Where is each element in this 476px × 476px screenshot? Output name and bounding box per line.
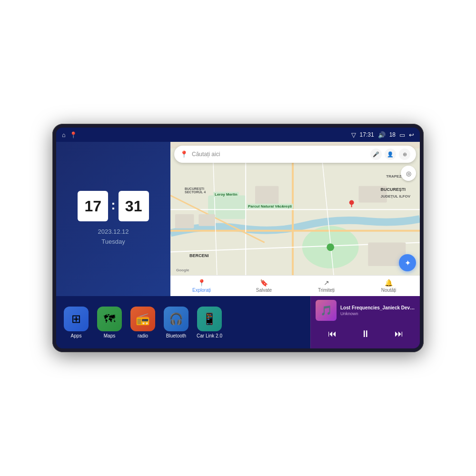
map-panel[interactable]: TRAPEZULUI BUCUREȘTI JUDEȚUL ILFOV BERCE… [170, 142, 420, 296]
back-icon[interactable]: ↩ [409, 131, 414, 139]
main-content: 17 : 31 2023.12.12 Tuesday [56, 142, 420, 348]
svg-rect-12 [198, 214, 215, 226]
map-nav-explore-label: Explorați [192, 288, 211, 293]
status-bar: ⌂ 📍 ▽ 17:31 🔊 18 ▭ ↩ [56, 128, 420, 142]
device-screen: ⌂ 📍 ▽ 17:31 🔊 18 ▭ ↩ 17 : [56, 128, 420, 348]
map-search-actions: 🎤 👤 ⊕ [370, 149, 410, 160]
music-artist: Unknown [340, 311, 415, 316]
map-nav-news[interactable]: 🔔 Noutăți [357, 276, 420, 296]
battery-icon: ▭ [399, 131, 405, 139]
map-label-parcul: Parcul Natural Văcărești [247, 204, 293, 209]
music-title: Lost Frequencies_Janieck Devy-... [340, 305, 415, 310]
map-account-btn[interactable]: 👤 [385, 149, 396, 160]
map-nav-send[interactable]: ↗ Trimiteți [295, 276, 357, 296]
map-label-google: Google [176, 268, 189, 272]
map-voice-btn[interactable]: 🎤 [370, 149, 382, 160]
music-controls: ⏮ ⏸ ⏭ [316, 327, 415, 341]
map-fab-btn[interactable]: ✦ [399, 254, 416, 271]
app-item-maps[interactable]: 🗺 Maps [95, 307, 124, 338]
top-section: 17 : 31 2023.12.12 Tuesday [56, 142, 420, 296]
bluetooth-icon: 🎧 [169, 312, 183, 326]
svg-point-16 [327, 243, 334, 251]
map-nav-send-label: Trimiteți [318, 288, 335, 293]
svg-rect-13 [255, 186, 278, 205]
map-search-pin-icon: 📍 [180, 150, 188, 158]
signal-icon: ▽ [351, 131, 356, 139]
radio-icon: 📻 [136, 312, 150, 326]
map-nav-bar: 📍 Explorați 🔖 Salvate ↗ Trimiteți 🔔 [170, 275, 420, 296]
clock-date: 2023.12.12 Tuesday [98, 227, 129, 247]
bottom-section: ⊞ Apps 🗺 Maps 📻 radio [56, 296, 420, 348]
app-label-apps: Apps [71, 333, 82, 338]
clock-colon: : [111, 198, 115, 213]
app-item-apps[interactable]: ⊞ Apps [62, 307, 90, 338]
app-item-bluetooth[interactable]: 🎧 Bluetooth [162, 307, 190, 338]
apps-icon: ⊞ [71, 312, 81, 326]
app-icon-radio: 📻 [130, 307, 155, 331]
app-icon-apps: ⊞ [64, 307, 89, 331]
status-left: ⌂ 📍 [62, 131, 77, 139]
map-label-berceni: BERCENI [189, 253, 209, 258]
maps-icon: 🗺 [104, 312, 115, 326]
music-panel: 🎵 Lost Frequencies_Janieck Devy-... Unkn… [310, 296, 420, 348]
car-head-unit: ⌂ 📍 ▽ 17:31 🔊 18 ▭ ↩ 17 : [52, 124, 424, 352]
carlink-icon: 📱 [202, 312, 217, 326]
music-next-btn[interactable]: ⏭ [391, 327, 407, 341]
map-nav-send-icon: ↗ [324, 279, 329, 287]
app-item-radio[interactable]: 📻 radio [129, 307, 157, 338]
map-nav-saved[interactable]: 🔖 Salvate [233, 276, 295, 296]
music-info-row: 🎵 Lost Frequencies_Janieck Devy-... Unkn… [316, 300, 415, 321]
map-nav-saved-label: Salvate [256, 288, 272, 293]
music-prev-btn[interactable]: ⏮ [324, 327, 340, 341]
app-label-radio: radio [138, 333, 148, 338]
volume-icon[interactable]: 🔊 [378, 131, 386, 139]
clock-panel: 17 : 31 2023.12.12 Tuesday [56, 142, 170, 296]
app-icon-carlink: 📱 [197, 307, 222, 331]
music-text: Lost Frequencies_Janieck Devy-... Unknow… [340, 305, 415, 316]
map-layers-btn[interactable]: ⊕ [399, 149, 410, 160]
music-thumbnail-image: 🎵 [320, 305, 332, 316]
volume-level: 18 [389, 131, 396, 138]
app-label-carlink: Car Link 2.0 [197, 333, 222, 338]
clock-display: 17 : 31 [78, 191, 149, 221]
app-icon-maps: 🗺 [97, 307, 122, 331]
map-compass-btn[interactable]: ◎ [401, 166, 416, 181]
map-nav-saved-icon: 🔖 [260, 279, 268, 287]
status-time: 17:31 [360, 131, 374, 138]
clock-hours: 17 [78, 191, 108, 221]
clock-minutes: 31 [119, 191, 149, 221]
map-search-bar[interactable]: 📍 Căutați aici 🎤 👤 ⊕ [174, 146, 416, 163]
map-nav-news-icon: 🔔 [385, 279, 393, 287]
location-pin-icon[interactable]: 📍 [69, 131, 77, 139]
map-nav-explore[interactable]: 📍 Explorați [170, 276, 233, 296]
map-side-buttons: ◎ [401, 166, 416, 181]
map-label-sector4: BUCUREȘTISECTORUL 4 [185, 187, 206, 194]
app-label-maps: Maps [104, 333, 115, 338]
map-search-placeholder[interactable]: Căutați aici [192, 151, 367, 158]
status-right: ▽ 17:31 🔊 18 ▭ ↩ [351, 131, 414, 139]
map-nav-news-label: Noutăți [381, 288, 397, 293]
apps-row: ⊞ Apps 🗺 Maps 📻 radio [56, 296, 310, 348]
app-icon-bluetooth: 🎧 [164, 307, 188, 331]
home-icon[interactable]: ⌂ [62, 131, 66, 139]
app-label-bluetooth: Bluetooth [166, 333, 186, 338]
music-play-btn[interactable]: ⏸ [357, 327, 374, 341]
map-nav-explore-icon: 📍 [198, 279, 206, 287]
map-label-judet: JUDEȚUL ILFOV [380, 194, 410, 198]
map-label-bucuresti: BUCUREȘTI [380, 187, 406, 192]
map-label-leroy: Leroy Merlin [213, 192, 239, 197]
svg-rect-11 [175, 214, 194, 228]
music-thumbnail: 🎵 [316, 300, 337, 321]
app-item-carlink[interactable]: 📱 Car Link 2.0 [195, 307, 224, 338]
